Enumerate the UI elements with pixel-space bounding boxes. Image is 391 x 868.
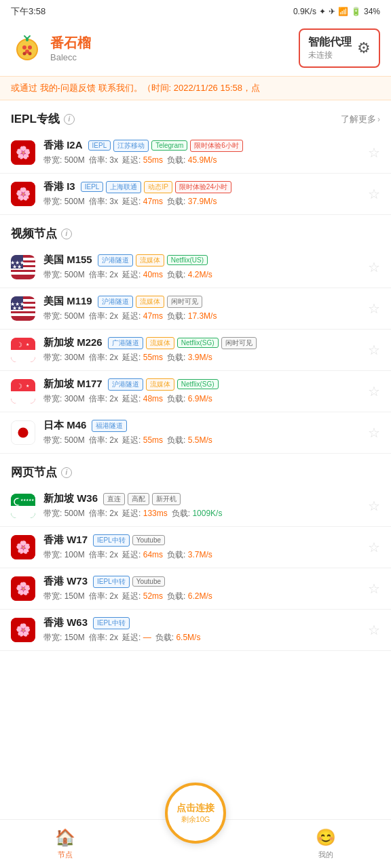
node-info-us-m119: 美国 M119 沪港隧道 流媒体 闲时可见 带宽: 500M 倍率: 2x 延迟… xyxy=(43,295,360,322)
star-icon-w36[interactable]: ☆ xyxy=(368,498,380,514)
star-icon-w17[interactable]: ☆ xyxy=(368,539,380,555)
status-bar: 下午3:58 0.9K/s ✦ ✈ 📶 🔋 34% xyxy=(0,0,391,23)
connect-btn-sub: 剩余10G xyxy=(181,814,210,825)
tag-newstart: 新开机 xyxy=(152,493,181,505)
web-info-icon[interactable]: i xyxy=(61,467,72,478)
svg-text:★★: ★★ xyxy=(12,264,22,270)
svg-text:🌸: 🌸 xyxy=(16,145,31,160)
node-item-us-m119[interactable]: ★★★★★ 美国 M119 沪港隧道 流媒体 闲时可见 带宽: 500M 倍率:… xyxy=(0,288,391,330)
star-icon-i3[interactable]: ☆ xyxy=(368,186,380,202)
iepl-info-icon[interactable]: i xyxy=(64,114,75,125)
node-info-sg-m226: 新加坡 M226 广港隧道 流媒体 Netflix(SG) 闲时可见 带宽: 3… xyxy=(43,336,360,363)
tag-youtube: Youtube xyxy=(132,535,165,545)
node-item-hk-i2a[interactable]: 🌸 香港 I2A IEPL 江苏移动 Telegram 限时体验6小时 带宽: … xyxy=(0,132,391,174)
node-info-hk-w73: 香港 W73 IEPL中转 Youtube 带宽: 150M 倍率: 2x 延迟… xyxy=(43,575,360,602)
tab-profile[interactable]: 😊 我的 xyxy=(261,828,391,860)
node-stats: 带宽: 300M 倍率: 2x 延迟: 48ms 负载: 6.9M/s xyxy=(43,393,360,405)
node-item-us-m155[interactable]: ★★★★★ 美国 M155 沪港隧道 流媒体 Netflix(US) 带宽: 5… xyxy=(0,247,391,288)
hk-flag-i3: 🌸 xyxy=(11,182,35,206)
star-icon-w73[interactable]: ☆ xyxy=(368,580,380,597)
svg-text:★: ★ xyxy=(26,384,29,388)
logo-text: 番石榴 Balecc xyxy=(50,34,91,62)
node-info-hk-w17: 香港 W17 IEPL中转 Youtube 带宽: 100M 倍率: 2x 延迟… xyxy=(43,534,360,561)
star-icon-i2a[interactable]: ☆ xyxy=(368,144,380,161)
tag-direct: 直连 xyxy=(103,493,125,505)
notice-bar: 或通过 我的-问题反馈 联系我们。（时间: 2022/11/26 15:58，点 xyxy=(0,76,391,100)
node-item-hk-w17[interactable]: 🌸 香港 W17 IEPL中转 Youtube 带宽: 100M 倍率: 2x … xyxy=(0,527,391,568)
node-name-row: 新加坡 W36 直连 高配 新开机 xyxy=(43,492,360,505)
tag-iepl-relay: IEPL中转 xyxy=(93,534,130,547)
node-name-row: 日本 M46 福港隧道 xyxy=(43,419,360,432)
tab-nodes[interactable]: 🏠 节点 xyxy=(0,828,130,860)
jp-flag-m46 xyxy=(11,420,35,445)
header: 番石榴 Balecc 智能代理 未连接 ⚙ xyxy=(0,23,391,76)
tag-media: 流媒体 xyxy=(146,337,174,349)
node-stats: 带宽: 500M 倍率: 3x 延迟: 55ms 负载: 45.9M/s xyxy=(43,155,360,166)
svg-text:☽: ☽ xyxy=(16,382,22,390)
proxy-status: 未连接 xyxy=(308,50,352,61)
tab-nodes-label: 节点 xyxy=(58,850,73,860)
node-name-row: 新加坡 M177 沪港隧道 流媒体 Netflix(SG) xyxy=(43,378,360,391)
star-icon-m177[interactable]: ☆ xyxy=(368,383,380,399)
tag-iepl-relay: IEPL中转 xyxy=(93,576,130,588)
star-icon-w63[interactable]: ☆ xyxy=(368,622,380,638)
node-stats: 带宽: 500M 倍率: 2x 延迟: 40ms 负载: 4.2M/s xyxy=(43,269,360,281)
connect-btn-label: 点击连接 xyxy=(176,802,215,814)
node-info-hk-w63: 香港 W63 IEPL中转 带宽: 150M 倍率: 2x 延迟: — 负载: … xyxy=(43,616,360,644)
node-info-hk-i2a: 香港 I2A IEPL 江苏移动 Telegram 限时体验6小时 带宽: 50… xyxy=(43,139,360,166)
node-item-hk-i3[interactable]: 🌸 香港 I3 IEPL 上海联通 动态IP 限时体验24小时 带宽: 500M… xyxy=(0,174,391,215)
web-title: 网页节点 i xyxy=(11,465,72,480)
node-item-sg-m177[interactable]: ☽★ 新加坡 M177 沪港隧道 流媒体 Netflix(SG) 带宽: 300… xyxy=(0,371,391,412)
video-section: 视频节点 i ★★★★★ 美国 M155 沪港隧道 流媒体 Netflix(US… xyxy=(0,215,391,454)
node-name: 美国 M155 xyxy=(43,254,92,267)
star-icon-m119[interactable]: ☆ xyxy=(368,300,380,317)
video-title: 视频节点 i xyxy=(11,226,72,241)
svg-text:🌸: 🌸 xyxy=(16,581,31,596)
gear-icon[interactable]: ⚙ xyxy=(357,39,371,57)
tag-youtube: Youtube xyxy=(132,576,165,587)
home-icon: 🏠 xyxy=(55,828,75,847)
iepl-more-link[interactable]: 了解更多 › xyxy=(341,113,380,125)
node-item-sg-m226[interactable]: ☽★ 新加坡 M226 广港隧道 流媒体 Netflix(SG) 闲时可见 带宽… xyxy=(0,330,391,371)
notice-text: 或通过 我的-问题反馈 联系我们。（时间: 2022/11/26 15:58，点 xyxy=(11,83,260,93)
network-speed: 0.9K/s xyxy=(293,7,316,16)
svg-point-3 xyxy=(28,45,32,50)
tag-iepl: IEPL xyxy=(81,182,104,192)
node-item-sg-w36[interactable]: ★★★★★ 新加坡 W36 直连 高配 新开机 带宽: 500M 倍率: 2x … xyxy=(0,486,391,527)
svg-text:🌸: 🌸 xyxy=(16,186,31,201)
app-logo xyxy=(11,32,43,64)
node-name-row: 香港 W63 IEPL中转 xyxy=(43,616,360,629)
tag-trial-24: 限时体验24小时 xyxy=(175,181,231,193)
svg-rect-35 xyxy=(11,391,35,403)
connect-button[interactable]: 点击连接 剩余10G xyxy=(165,783,226,844)
web-section-header: 网页节点 i xyxy=(0,454,391,486)
tag-tunnel: 福港隧道 xyxy=(92,420,127,432)
proxy-button[interactable]: 智能代理 未连接 ⚙ xyxy=(299,28,380,68)
node-item-jp-m46[interactable]: 日本 M46 福港隧道 带宽: 500M 倍率: 2x 延迟: 55ms 负载:… xyxy=(0,412,391,454)
star-icon-m46[interactable]: ☆ xyxy=(368,425,380,441)
star-icon-m226[interactable]: ☆ xyxy=(368,342,380,358)
iepl-section: IEPL专线 i 了解更多 › 🌸 香港 I2A IEPL 江苏移动 Teleg… xyxy=(0,100,391,215)
star-icon-m155[interactable]: ☆ xyxy=(368,259,380,275)
bluetooth-icon: ✦ xyxy=(319,7,326,16)
tag-tunnel: 广港隧道 xyxy=(108,337,143,349)
tag-telegram: Telegram xyxy=(151,140,187,151)
node-name: 香港 W63 xyxy=(43,616,88,629)
tag-iepl: IEPL xyxy=(88,140,111,151)
chevron-right-icon: › xyxy=(377,115,380,124)
tag-jiangsu: 江苏移动 xyxy=(113,140,149,152)
video-info-icon[interactable]: i xyxy=(61,229,72,239)
airplane-icon: ✈ xyxy=(329,7,335,16)
svg-point-39 xyxy=(18,427,28,437)
node-stats: 带宽: 150M 倍率: 2x 延迟: 52ms 负载: 6.2M/s xyxy=(43,591,360,602)
svg-text:★★: ★★ xyxy=(12,305,22,311)
svg-text:🌸: 🌸 xyxy=(16,623,31,637)
node-item-hk-w63[interactable]: 🌸 香港 W63 IEPL中转 带宽: 150M 倍率: 2x 延迟: — 负载… xyxy=(0,610,391,651)
node-name: 香港 W73 xyxy=(43,575,88,588)
node-item-hk-w73[interactable]: 🌸 香港 W73 IEPL中转 Youtube 带宽: 150M 倍率: 2x … xyxy=(0,568,391,610)
hk-flag-w63: 🌸 xyxy=(11,618,35,642)
tab-profile-label: 我的 xyxy=(318,850,333,860)
battery-icon: 🔋 xyxy=(351,7,361,16)
iepl-section-header: IEPL专线 i 了解更多 › xyxy=(0,100,391,132)
tag-tunnel: 沪港隧道 xyxy=(108,378,143,391)
